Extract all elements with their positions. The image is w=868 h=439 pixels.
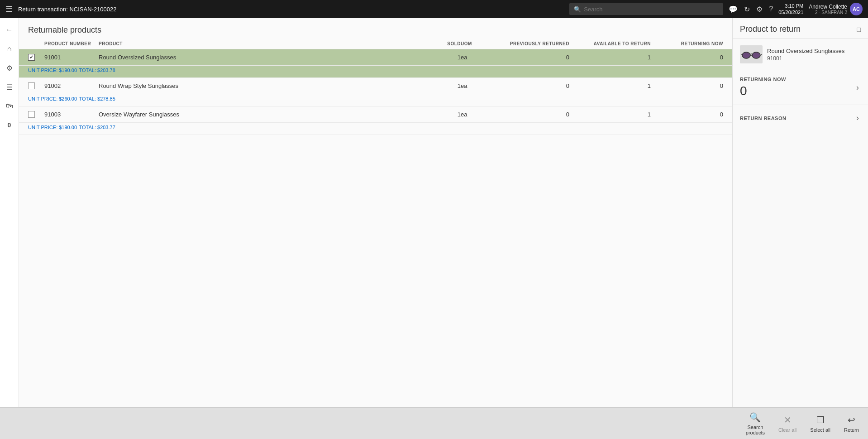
product-list-panel: Returnable products PRODUCT NUMBER PRODU…	[19, 18, 732, 407]
product-number-3: 91003	[44, 106, 99, 122]
search-products-button[interactable]: 🔍 Searchproducts	[746, 412, 765, 435]
uom-2: ea	[461, 78, 497, 94]
right-product-name: Round Oversized Sunglasses	[767, 48, 844, 54]
checkbox-control-2[interactable]	[28, 82, 35, 89]
top-bar-icons: 💬 ↻ ⚙ ?	[729, 5, 773, 14]
returning-now-value: 0	[740, 84, 786, 98]
refresh-icon[interactable]: ↻	[744, 5, 750, 14]
returning-now-1: 0	[651, 49, 723, 65]
left-sidebar: ← ⌂ ⚙ ☰ 🛍 0	[0, 18, 19, 407]
table-row-main-2[interactable]: 91002 Round Wrap Style Sunglasses 1 ea 0…	[19, 78, 732, 94]
table-row[interactable]: 91003 Oversize Wayfarer Sunglasses 1 ea …	[19, 106, 732, 135]
sold-3: 1	[434, 106, 461, 122]
checkbox-control-3[interactable]	[28, 111, 35, 118]
checkbox-2[interactable]	[28, 78, 44, 94]
uom-1: ea	[461, 49, 497, 65]
returning-now-2: 0	[651, 78, 723, 94]
total-3: TOTAL: $203.77	[79, 125, 115, 130]
return-reason-chevron[interactable]: ›	[854, 111, 861, 125]
product-number-1: 91001	[44, 49, 99, 65]
avail-return-2: 1	[569, 78, 651, 94]
search-icon: 🔍	[574, 6, 581, 13]
returning-now-label: RETURNING NOW	[740, 77, 786, 82]
table-row[interactable]: 91002 Round Wrap Style Sunglasses 1 ea 0…	[19, 78, 732, 106]
table-row-main-1[interactable]: 91001 Round Oversized Sunglasses 1 ea 0 …	[19, 49, 732, 66]
avail-return-1: 1	[569, 49, 651, 65]
col-sold: SOLD	[434, 41, 461, 46]
product-name-3: Oversize Wayfarer Sunglasses	[99, 106, 434, 122]
clear-all-icon: ✕	[784, 415, 792, 425]
col-returning-now: RETURNING NOW	[651, 41, 723, 46]
panel-title: Returnable products	[28, 25, 723, 35]
right-panel-title: Product to return	[740, 24, 801, 34]
count-icon[interactable]: 0	[1, 117, 18, 133]
prev-returned-2: 0	[497, 78, 569, 94]
home-icon[interactable]: ⌂	[1, 41, 18, 57]
sold-1: 1	[434, 49, 461, 65]
total-2: TOTAL: $278.85	[79, 96, 115, 101]
col-available-to-return: AVAILABLE TO RETURN	[569, 41, 651, 46]
col-checkbox	[28, 41, 44, 46]
product-number-2: 91002	[44, 78, 99, 94]
return-label: Return	[844, 427, 859, 433]
store-info: 2 - SANFRAN-2	[809, 10, 847, 15]
top-bar: ☰ Return transaction: NCISAN-2100022 🔍 💬…	[0, 0, 868, 18]
chat-icon[interactable]: 💬	[729, 5, 738, 14]
total-1: TOTAL: $203.78	[79, 68, 115, 73]
return-reason-section: RETURN REASON ›	[733, 105, 868, 131]
table-row-main-3[interactable]: 91003 Oversize Wayfarer Sunglasses 1 ea …	[19, 106, 732, 123]
return-reason-label: RETURN REASON	[740, 116, 786, 121]
search-bar[interactable]: 🔍	[569, 3, 723, 15]
panel-header: Returnable products	[19, 18, 732, 39]
col-uom: UOM	[461, 41, 497, 46]
back-icon[interactable]: ←	[1, 22, 18, 38]
search-products-icon: 🔍	[749, 412, 761, 423]
product-thumbnail	[740, 45, 763, 63]
avatar[interactable]: AC	[850, 3, 863, 15]
unit-price-1: UNIT PRICE: $190.00	[28, 68, 77, 73]
search-products-label: Searchproducts	[746, 425, 765, 435]
product-info-right: Round Oversized Sunglasses 91001	[767, 48, 844, 62]
bottom-bar: 🔍 Searchproducts ✕ Clear all ❐ Select al…	[0, 407, 868, 439]
apps-icon[interactable]: ⚙	[1, 60, 18, 76]
checkbox-control-1[interactable]	[28, 54, 35, 61]
right-panel-header: Product to return □	[733, 18, 868, 39]
hamburger-icon[interactable]: ☰	[5, 4, 13, 14]
returning-now-chevron[interactable]: ›	[854, 81, 861, 94]
unit-price-3: UNIT PRICE: $190.00	[28, 125, 77, 130]
clear-all-button[interactable]: ✕ Clear all	[778, 415, 796, 433]
product-table: 91001 Round Oversized Sunglasses 1 ea 0 …	[19, 49, 732, 407]
select-all-label: Select all	[810, 427, 830, 433]
settings-icon[interactable]: ⚙	[756, 5, 763, 14]
bag-icon[interactable]: 🛍	[1, 98, 18, 114]
search-input[interactable]	[584, 6, 719, 13]
return-icon: ↩	[848, 415, 855, 425]
table-row[interactable]: 91001 Round Oversized Sunglasses 1 ea 0 …	[19, 49, 732, 78]
sold-2: 1	[434, 78, 461, 94]
checkbox-1[interactable]	[28, 49, 44, 65]
product-name-1: Round Oversized Sunglasses	[99, 49, 434, 65]
table-header: PRODUCT NUMBER PRODUCT SOLD UOM PREVIOUS…	[19, 39, 732, 49]
sunglasses-image	[741, 46, 762, 63]
product-name-2: Round Wrap Style Sunglasses	[99, 78, 434, 94]
page-title: Return transaction: NCISAN-2100022	[18, 6, 564, 13]
returning-now-3: 0	[651, 106, 723, 122]
return-button[interactable]: ↩ Return	[844, 415, 859, 433]
sub-row-1: UNIT PRICE: $190.00 TOTAL: $203.78	[19, 66, 732, 78]
checkbox-3[interactable]	[28, 106, 44, 122]
avail-return-3: 1	[569, 106, 651, 122]
returning-info: RETURNING NOW 0	[740, 77, 786, 98]
svg-point-0	[742, 52, 750, 58]
svg-point-1	[752, 52, 760, 58]
panel-icon-button[interactable]: □	[857, 26, 861, 33]
sub-row-2: UNIT PRICE: $260.00 TOTAL: $278.85	[19, 94, 732, 106]
content-area: Returnable products PRODUCT NUMBER PRODU…	[19, 18, 868, 407]
user-info: Andrew Collette 2 - SANFRAN-2 AC	[809, 3, 863, 15]
select-all-button[interactable]: ❐ Select all	[810, 415, 830, 433]
user-name: Andrew Collette	[809, 4, 847, 10]
help-icon[interactable]: ?	[769, 5, 773, 13]
product-preview: Round Oversized Sunglasses 91001	[733, 39, 868, 70]
returning-section: RETURNING NOW 0 ›	[733, 70, 868, 105]
prev-returned-1: 0	[497, 49, 569, 65]
list-icon[interactable]: ☰	[1, 79, 18, 95]
